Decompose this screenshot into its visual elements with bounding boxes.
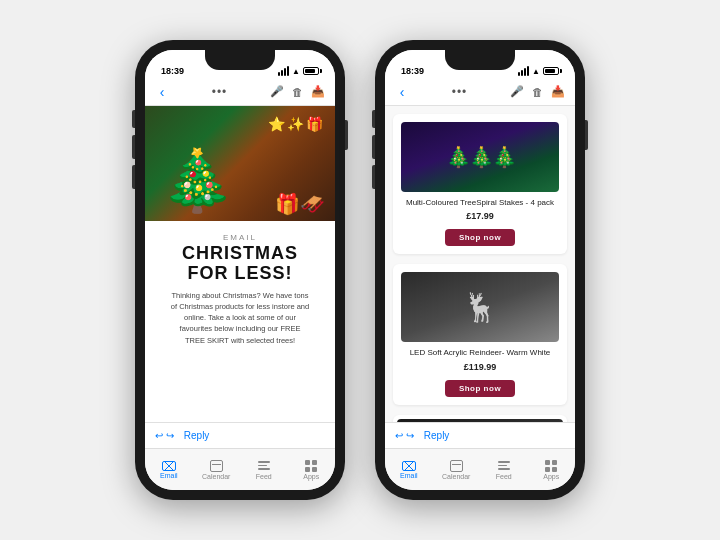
shop-now-button-2[interactable]: Shop now bbox=[445, 380, 515, 397]
tab-feed[interactable]: Feed bbox=[240, 460, 288, 480]
email-description: Thinking about Christmas? We have tons o… bbox=[161, 290, 319, 346]
shop-now-button-1[interactable]: Shop now bbox=[445, 229, 515, 246]
apps-tab-icon bbox=[305, 460, 317, 472]
back-button[interactable]: ‹ bbox=[155, 84, 169, 100]
reply-button-right[interactable]: Reply bbox=[424, 430, 450, 441]
product-card-3-partial bbox=[393, 415, 567, 422]
tab-calendar-label: Calendar bbox=[202, 473, 230, 480]
email-heading-2: FOR LESS! bbox=[161, 264, 319, 284]
phone-right: 18:39 ▲ ‹ ••• 🎤 🗑 📥 bbox=[375, 40, 585, 500]
tab-feed-label-right: Feed bbox=[496, 473, 512, 480]
mic-icon[interactable]: 🎤 bbox=[270, 85, 284, 98]
tab-calendar-label-right: Calendar bbox=[442, 473, 470, 480]
email-tab-icon bbox=[162, 461, 176, 471]
wifi-icon-right: ▲ bbox=[532, 67, 540, 76]
notch-right bbox=[445, 50, 515, 70]
mic-icon-right[interactable]: 🎤 bbox=[510, 85, 524, 98]
hero-decoration: 🎁🛷 bbox=[275, 192, 325, 216]
reply-bar: ↩ ↪ Reply bbox=[145, 422, 335, 448]
product-price-2: £119.99 bbox=[401, 362, 559, 372]
product-name-2: LED Soft Acrylic Reindeer- Warm White bbox=[401, 348, 559, 358]
archive-icon[interactable]: 📥 bbox=[311, 85, 325, 98]
product-card-1: Multi-Coloured TreeSpiral Stakes - 4 pac… bbox=[393, 114, 567, 254]
email-label: EMAIL bbox=[161, 233, 319, 242]
tab-email-label-right: Email bbox=[400, 472, 418, 479]
feed-tab-icon-right bbox=[498, 460, 510, 472]
more-button[interactable]: ••• bbox=[175, 85, 264, 99]
product-card-2: LED Soft Acrylic Reindeer- Warm White £1… bbox=[393, 264, 567, 404]
trash-icon-right[interactable]: 🗑 bbox=[532, 86, 543, 98]
battery-icon-right bbox=[543, 67, 559, 75]
signal-icon bbox=[278, 66, 289, 76]
tab-apps-label-right: Apps bbox=[543, 473, 559, 480]
tab-apps[interactable]: Apps bbox=[288, 460, 336, 480]
time: 18:39 bbox=[161, 66, 184, 76]
tab-calendar[interactable]: Calendar bbox=[193, 460, 241, 480]
nav-bar: ‹ ••• 🎤 🗑 📥 bbox=[145, 78, 335, 106]
reply-button[interactable]: Reply bbox=[184, 430, 210, 441]
tab-email-label: Email bbox=[160, 472, 178, 479]
email-content: 🎁🛷 EMAIL CHRISTMAS FOR LESS! Thinking ab… bbox=[145, 106, 335, 422]
product-image-partial bbox=[397, 419, 563, 422]
email-heading-1: CHRISTMAS bbox=[161, 244, 319, 264]
tab-email-right[interactable]: Email bbox=[385, 461, 433, 479]
product-image-reindeer bbox=[401, 272, 559, 342]
tab-feed-right[interactable]: Feed bbox=[480, 460, 528, 480]
nav-bar-right: ‹ ••• 🎤 🗑 📥 bbox=[385, 78, 575, 106]
calendar-tab-icon bbox=[210, 460, 223, 472]
notch bbox=[205, 50, 275, 70]
back-button-right[interactable]: ‹ bbox=[395, 84, 409, 100]
archive-icon-right[interactable]: 📥 bbox=[551, 85, 565, 98]
product-name-1: Multi-Coloured TreeSpiral Stakes - 4 pac… bbox=[401, 198, 559, 208]
tab-calendar-right[interactable]: Calendar bbox=[433, 460, 481, 480]
hero-image: 🎁🛷 bbox=[145, 106, 335, 221]
tab-feed-label: Feed bbox=[256, 473, 272, 480]
phone-left: 18:39 ▲ ‹ ••• 🎤 🗑 📥 bbox=[135, 40, 345, 500]
wifi-icon: ▲ bbox=[292, 67, 300, 76]
product-image-trees bbox=[401, 122, 559, 192]
apps-tab-icon-right bbox=[545, 460, 557, 472]
trash-icon[interactable]: 🗑 bbox=[292, 86, 303, 98]
tab-apps-right[interactable]: Apps bbox=[528, 460, 576, 480]
tab-email[interactable]: Email bbox=[145, 461, 193, 479]
reply-icon[interactable]: ↩ ↪ bbox=[155, 430, 174, 441]
calendar-tab-icon-right bbox=[450, 460, 463, 472]
tab-bar: Email Calendar Feed bbox=[145, 448, 335, 490]
email-tab-icon-right bbox=[402, 461, 416, 471]
feed-tab-icon bbox=[258, 460, 270, 472]
reply-bar-right: ↩ ↪ Reply bbox=[385, 422, 575, 448]
email-body: EMAIL CHRISTMAS FOR LESS! Thinking about… bbox=[145, 221, 335, 354]
more-button-right[interactable]: ••• bbox=[415, 85, 504, 99]
product-list: Multi-Coloured TreeSpiral Stakes - 4 pac… bbox=[385, 106, 575, 422]
time-right: 18:39 bbox=[401, 66, 424, 76]
tab-bar-right: Email Calendar Feed bbox=[385, 448, 575, 490]
signal-icon-right bbox=[518, 66, 529, 76]
battery-icon bbox=[303, 67, 319, 75]
product-price-1: £17.99 bbox=[401, 211, 559, 221]
reply-icon-right[interactable]: ↩ ↪ bbox=[395, 430, 414, 441]
tab-apps-label: Apps bbox=[303, 473, 319, 480]
